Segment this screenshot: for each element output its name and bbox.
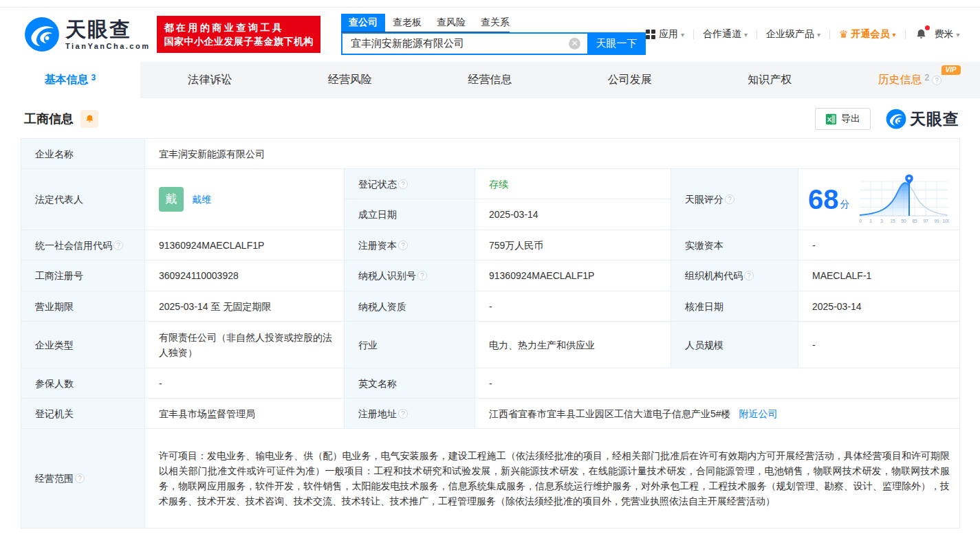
business-info-table: 企业名称 宜丰润安新能源有限公司 法定代表人 戴 戴维 登记状态? 存续 天眼评…	[0, 138, 980, 529]
apps-grid-icon	[646, 30, 655, 39]
taxpayer-id-value: 91360924MAECLALF1P	[475, 260, 671, 291]
tab-legal-litigation[interactable]: 法律诉讼	[140, 62, 281, 98]
nav-enterprise-products[interactable]: 企业级产品 ▾	[766, 28, 820, 41]
industry-value: 电力、热力生产和供应业	[475, 322, 671, 368]
legal-rep-cell: 戴 戴维	[145, 169, 345, 230]
help-icon[interactable]: ?	[113, 241, 123, 250]
svg-text:15: 15	[890, 219, 895, 223]
tab-company-development[interactable]: 公司发展	[560, 62, 700, 98]
reg-status-value: 存续	[475, 169, 671, 199]
export-button[interactable]: X 导出	[815, 108, 871, 130]
top-divider	[0, 7, 980, 8]
approval-date-value: 2025-03-14	[798, 291, 960, 322]
tianyancha-logo-icon	[24, 16, 60, 52]
tianyancha-logo-icon	[886, 109, 906, 129]
credit-code-label: 统一社会信用代码?	[21, 230, 145, 260]
legal-rep-avatar[interactable]: 戴	[159, 187, 184, 212]
reg-number-value: 360924110003928	[145, 260, 345, 291]
slogan-banner: 都在用的商业查询工具 国家中小企业发展子基金旗下机构	[157, 16, 320, 53]
notification-dot	[925, 25, 930, 30]
tab-history-count: 2	[924, 73, 929, 82]
top-header: 天眼查 TianYanCha.com 都在用的商业查询工具 国家中小企业发展子基…	[0, 0, 980, 62]
paid-capital-label: 实缴资本	[671, 230, 798, 260]
tab-operation-info[interactable]: 经营信息	[420, 62, 560, 98]
reg-authority-label: 登记机关	[21, 399, 145, 429]
nav-divider	[829, 30, 830, 39]
help-icon[interactable]: ?	[398, 179, 408, 189]
svg-text:97: 97	[923, 219, 928, 223]
nearby-companies-link[interactable]: 附近公司	[739, 408, 777, 419]
nav-enterprise-label: 企业级产品	[766, 28, 814, 41]
business-term-value: 2025-03-14 至 无固定期限	[145, 291, 345, 322]
staff-size-label: 人员规模	[671, 322, 798, 368]
excel-icon: X	[825, 113, 837, 125]
help-icon[interactable]: ?	[75, 474, 85, 483]
slogan-line2: 国家中小企业发展子基金旗下机构	[164, 34, 314, 48]
search-tab-company[interactable]: 查公司	[341, 14, 385, 32]
reg-capital-label: 注册资本?	[345, 230, 475, 260]
search-button[interactable]: 天眼一下	[587, 32, 646, 55]
svg-text:1: 1	[869, 219, 872, 223]
tab-intellectual-property[interactable]: 知识产权	[700, 62, 840, 98]
tianyancha-logo[interactable]: 天眼查 TianYanCha.com	[24, 16, 150, 52]
score-label: 天眼评分?	[671, 169, 798, 230]
score-distribution-chart: 0 1 3 15 50 85 97 99 100	[858, 173, 949, 225]
score-unit: 分	[840, 197, 850, 212]
svg-text:X: X	[827, 116, 832, 123]
company-name-value: 宜丰润安新能源有限公司	[145, 139, 960, 169]
nav-user-menu[interactable]: 费米 ▾	[935, 28, 960, 41]
nav-partner-channel[interactable]: 合作通道 ▾	[703, 28, 748, 41]
tab-basic-info[interactable]: 基本信息 3	[0, 62, 140, 98]
taxpayer-quality-label: 纳税人资质	[345, 291, 475, 322]
score-value[interactable]: 68	[808, 186, 839, 213]
search-input[interactable]	[341, 32, 587, 55]
company-type-label: 企业类型	[21, 322, 145, 368]
user-nav: 应用 ▾ 合作通道 ▾ 企业级产品 ▾ ♛ 开通会员 ▾	[646, 27, 960, 41]
approval-date-label: 核准日期	[671, 291, 798, 322]
help-icon[interactable]: ?	[932, 76, 941, 85]
reg-number-label: 工商注册号	[21, 260, 145, 291]
nav-divider	[905, 30, 906, 39]
nav-divider	[756, 30, 757, 39]
nav-open-vip[interactable]: ♛ 开通会员 ▾	[839, 28, 895, 41]
search-tab-boss[interactable]: 查老板	[385, 14, 429, 32]
chevron-down-icon: ▾	[681, 31, 684, 38]
est-date-value: 2025-03-14	[475, 199, 671, 230]
help-icon[interactable]: ?	[398, 241, 408, 250]
tab-basic-info-count: 3	[91, 73, 96, 82]
help-icon[interactable]: ?	[417, 271, 427, 280]
nav-vip-label: 开通会员	[851, 28, 889, 41]
business-info-header: 工商信息 X 导出 天眼查	[0, 98, 980, 138]
monitor-bell-icon[interactable]	[80, 110, 98, 128]
svg-text:100: 100	[942, 219, 948, 223]
crown-icon: ♛	[839, 28, 848, 41]
notification-bell-icon[interactable]	[915, 27, 928, 41]
industry-label: 行业	[345, 322, 475, 368]
search-tab-risk[interactable]: 查风险	[429, 14, 473, 32]
svg-text:99: 99	[934, 219, 939, 223]
clear-search-icon[interactable]: ✕	[569, 38, 580, 49]
tab-basic-info-label: 基本信息	[44, 73, 88, 87]
svg-text:85: 85	[912, 219, 917, 223]
paid-capital-value: -	[798, 230, 960, 260]
help-icon[interactable]: ?	[398, 409, 408, 419]
logo-title: 天眼查	[65, 19, 150, 40]
help-icon[interactable]: ?	[725, 194, 734, 204]
legal-rep-label: 法定代表人	[21, 169, 145, 230]
help-icon[interactable]: ?	[744, 271, 754, 280]
tab-history-info[interactable]: VIP 历史信息 2 ?	[840, 62, 980, 98]
search-tab-relation[interactable]: 查关系	[473, 14, 517, 32]
chevron-down-icon: ▾	[817, 31, 820, 38]
business-scope-label: 经营范围?	[21, 429, 145, 529]
legal-rep-name-link[interactable]: 戴维	[192, 192, 211, 207]
address-label: 注册地址?	[345, 399, 475, 429]
chevron-down-icon: ▾	[957, 31, 960, 38]
watermark-text: 天眼查	[910, 109, 959, 130]
nav-partner-label: 合作通道	[703, 28, 741, 41]
tianyancha-watermark-logo: 天眼查	[886, 109, 959, 130]
tab-operation-risk[interactable]: 经营风险	[280, 62, 420, 98]
nav-apps[interactable]: 应用 ▾	[646, 28, 684, 41]
reg-status-label: 登记状态?	[345, 169, 475, 199]
english-name-value: -	[475, 368, 960, 399]
org-code-value: MAECLALF-1	[798, 260, 960, 291]
